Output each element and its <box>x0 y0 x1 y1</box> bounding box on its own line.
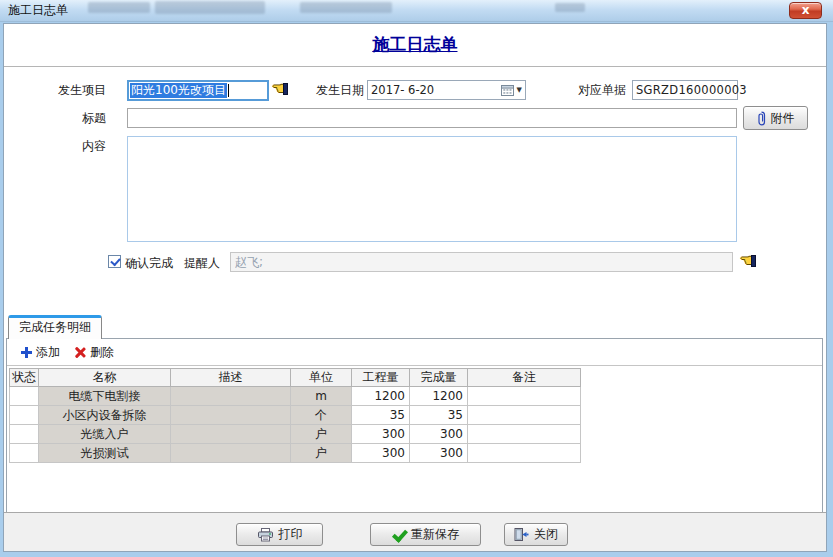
delete-row-label: 删除 <box>90 344 114 361</box>
paperclip-icon <box>757 111 766 126</box>
confirm-complete-checkbox[interactable] <box>108 255 121 268</box>
header-divider <box>4 66 826 67</box>
column-header-qty: 工程量 <box>352 369 410 387</box>
column-header-note: 备注 <box>468 369 581 387</box>
reminder-label: 提醒人 <box>184 253 230 273</box>
plus-icon <box>21 347 32 358</box>
doc-label: 对应单据 <box>560 80 626 100</box>
date-label: 发生日期 <box>300 80 364 100</box>
content-textarea[interactable] <box>127 136 737 242</box>
date-value: 2017- 6-20 <box>371 83 501 97</box>
green-check-icon <box>392 528 406 541</box>
cell-note[interactable] <box>468 444 581 463</box>
add-row-button[interactable]: 添加 <box>21 344 60 361</box>
close-form-button-label: 关闭 <box>534 526 558 543</box>
cell-note[interactable] <box>468 406 581 425</box>
save-button[interactable]: 重新保存 <box>370 523 481 546</box>
column-header-done: 完成量 <box>410 369 468 387</box>
cell-note[interactable] <box>468 425 581 444</box>
attachment-button[interactable]: 附件 <box>743 106 808 130</box>
confirm-complete-label: 确认完成 <box>125 253 183 273</box>
cell-qty[interactable]: 35 <box>352 406 410 425</box>
column-header-desc: 描述 <box>171 369 291 387</box>
cell-desc <box>171 425 291 444</box>
cell-unit: m <box>291 387 352 406</box>
footer-bar: 打印 重新保存 关闭 <box>4 512 826 551</box>
form-surface: 施工日志单 发生项目 阳光100光改项目 ☚ 发生日期 2017- 6-20 <box>3 23 827 552</box>
book-icon <box>751 255 756 267</box>
cell-qty[interactable]: 1200 <box>352 387 410 406</box>
close-form-button[interactable]: 关闭 <box>504 523 568 546</box>
cell-desc <box>171 406 291 425</box>
column-header-unit: 单位 <box>291 369 352 387</box>
project-input-selected-text: 阳光100光改项目 <box>130 83 227 98</box>
doc-number-value: SGRZD160000003 <box>636 83 747 97</box>
task-table: 状态名称描述单位工程量完成量备注 电缆下电割接m12001200小区内设备拆除个… <box>9 368 581 463</box>
cell-done[interactable]: 300 <box>410 444 468 463</box>
tab-completed-task-detail[interactable]: 完成任务明细 <box>8 315 102 339</box>
add-row-label: 添加 <box>36 344 60 361</box>
table-row: 光缆入户户300300 <box>10 425 581 444</box>
cell-unit: 户 <box>291 444 352 463</box>
delete-x-icon <box>74 346 86 358</box>
table-header-row: 状态名称描述单位工程量完成量备注 <box>10 369 581 387</box>
detail-toolbar: 添加 删除 <box>7 339 822 366</box>
reminder-lookup-hand-icon[interactable]: ☚ <box>740 253 764 271</box>
titlebar-ghost <box>155 1 265 14</box>
titlebar-ghost <box>300 2 392 13</box>
title-input[interactable] <box>127 108 737 128</box>
cell-name: 光缆入户 <box>39 425 171 444</box>
cell-status[interactable] <box>10 387 39 406</box>
table-row: 光损测试户300300 <box>10 444 581 463</box>
titlebar[interactable]: 施工日志单 x <box>0 0 833 22</box>
window-body: 施工日志单 发生项目 阳光100光改项目 ☚ 发生日期 2017- 6-20 <box>0 22 833 557</box>
print-button[interactable]: 打印 <box>236 523 323 546</box>
titlebar-ghost <box>555 3 585 12</box>
cell-status[interactable] <box>10 406 39 425</box>
close-window-button[interactable]: x <box>789 2 822 19</box>
book-icon <box>283 83 288 95</box>
cell-name: 小区内设备拆除 <box>39 406 171 425</box>
print-button-label: 打印 <box>279 526 303 543</box>
cell-qty[interactable]: 300 <box>352 444 410 463</box>
cell-unit: 个 <box>291 406 352 425</box>
table-row: 小区内设备拆除个3535 <box>10 406 581 425</box>
cell-done[interactable]: 35 <box>410 406 468 425</box>
table-body: 电缆下电割接m12001200小区内设备拆除个3535光缆入户户300300光损… <box>10 387 581 463</box>
cell-status[interactable] <box>10 425 39 444</box>
column-header-name: 名称 <box>39 369 171 387</box>
project-lookup-hand-icon[interactable]: ☚ <box>272 81 296 99</box>
delete-row-button[interactable]: 删除 <box>74 344 114 361</box>
exit-door-icon <box>514 528 529 541</box>
printer-icon <box>257 528 274 542</box>
title-label: 标题 <box>18 108 106 128</box>
cell-desc <box>171 387 291 406</box>
reminder-input <box>230 252 733 272</box>
doc-number-field[interactable]: SGRZD160000003 <box>632 80 738 100</box>
cell-done[interactable]: 1200 <box>410 387 468 406</box>
project-input[interactable]: 阳光100光改项目 <box>127 80 269 101</box>
cell-qty[interactable]: 300 <box>352 425 410 444</box>
cell-done[interactable]: 300 <box>410 425 468 444</box>
attachment-button-label: 附件 <box>771 110 795 127</box>
cell-name: 光损测试 <box>39 444 171 463</box>
save-button-label: 重新保存 <box>411 526 459 543</box>
cell-desc <box>171 444 291 463</box>
cell-unit: 户 <box>291 425 352 444</box>
date-picker[interactable]: 2017- 6-20 ▼ <box>367 80 526 100</box>
cell-name: 电缆下电割接 <box>39 387 171 406</box>
page-title: 施工日志单 <box>4 33 826 56</box>
table-row: 电缆下电割接m12001200 <box>10 387 581 406</box>
project-label: 发生项目 <box>18 80 106 100</box>
text-caret <box>228 84 229 97</box>
cell-status[interactable] <box>10 444 39 463</box>
detail-panel: 添加 删除 状态名称描述单位工程量完成量备注 电缆下电割接m12001200小区… <box>6 338 823 513</box>
cell-note[interactable] <box>468 387 581 406</box>
chevron-down-icon[interactable]: ▼ <box>517 86 522 94</box>
content-label: 内容 <box>18 136 106 156</box>
column-header-status: 状态 <box>10 369 39 387</box>
titlebar-ghost <box>88 2 150 13</box>
calendar-icon <box>501 84 514 96</box>
window-title: 施工日志单 <box>8 0 68 21</box>
